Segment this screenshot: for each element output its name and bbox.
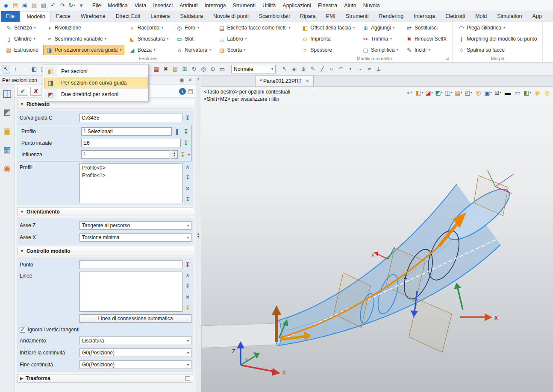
auto-connect-button[interactable]: Linea di connessione automatica: [79, 314, 191, 323]
weight-spinner[interactable]: ▲ ▼: [171, 150, 178, 159]
shade-cube-icon[interactable]: ◫ ▾: [444, 88, 453, 97]
3d-canvas[interactable]: <Tasto destro> per opzioni contestuali <…: [201, 87, 553, 392]
engrave-button[interactable]: ✎ Incidi ▾: [403, 45, 450, 55]
sketch-button[interactable]: ✎ Schizzo ▾: [3, 23, 41, 33]
menu-two-rail-loft[interactable]: ◩ Due direttrici per sezioni: [44, 88, 147, 100]
tab-file[interactable]: File: [1, 11, 20, 22]
tangent-checkbox[interactable]: ✓: [20, 327, 25, 333]
erase-marker-icon[interactable]: ✖ ▾: [162, 65, 170, 73]
tab-mold[interactable]: Mold: [470, 11, 492, 22]
rib-button[interactable]: ∩ Nervatura ▾: [173, 45, 214, 55]
menubar-item[interactable]: File: [89, 0, 104, 11]
chain-pick-icon[interactable]: ◧ ▾: [30, 65, 38, 73]
shell-button[interactable]: ▧ Scorta ▾: [215, 45, 293, 55]
close-panel-icon[interactable]: ✕: [187, 77, 194, 83]
pick-line-icon[interactable]: ↧ ▾: [184, 304, 191, 311]
section-view-icon[interactable]: ◰ ▾: [464, 88, 473, 97]
tab-wireframe[interactable]: Wireframe: [76, 11, 111, 22]
last-view-icon[interactable]: ↩ ▾: [405, 88, 414, 97]
wireframe-cube-icon[interactable]: ▦ ▾: [454, 88, 463, 97]
pick-point-icon[interactable]: ↧: [184, 261, 191, 269]
undo-icon[interactable]: ↶ ▾: [49, 1, 57, 10]
cylindrical-bend-button[interactable]: ◠ Piega cilindrica ▾: [455, 23, 540, 33]
input-manager-icon[interactable]: ◩ ▾: [2, 106, 13, 117]
hole-button[interactable]: ◎ Foro ▾: [173, 23, 214, 33]
erase-display-icon[interactable]: ◪ ▾: [425, 88, 433, 97]
appearance-light-icon[interactable]: ▭ ▾: [513, 88, 522, 97]
variable-sweep-button[interactable]: ≈ Scorrimento variabile ▾: [43, 34, 124, 44]
lines-listbox[interactable]: [79, 272, 182, 312]
print-icon[interactable]: ▥ ▾: [30, 1, 38, 10]
settings-icon[interactable]: ◈ ▾: [290, 65, 298, 73]
project-curve-icon[interactable]: ⊥ ▾: [374, 65, 383, 73]
pick-profile-icon[interactable]: ↧: [182, 128, 190, 135]
tab-interroga[interactable]: Interroga: [409, 11, 440, 22]
add-shape-button[interactable]: ⊕ Aggiungi ▾: [359, 23, 401, 33]
scroll-up2-icon[interactable]: ▲: [197, 232, 200, 235]
section-option-box[interactable]: [185, 376, 190, 381]
select-arrow-icon[interactable]: ↖ ▾: [2, 65, 10, 73]
revolve-button[interactable]: ◑ Rivoluzione ▾: [43, 23, 124, 33]
insert-profile-icon[interactable]: ↧ ▾: [184, 174, 191, 181]
menubar-item[interactable]: Interroga: [201, 0, 229, 11]
render-mode-icon[interactable]: ◧ ▾: [415, 88, 424, 97]
tab-nuvole-di-punti[interactable]: Nuvole di punti: [208, 11, 254, 22]
imprint-button[interactable]: ⊙ Impronta ▾: [299, 34, 358, 44]
profiles-listbox[interactable]: Profilo<0>Profilo<1>: [79, 163, 182, 203]
notebook-icon[interactable]: ▧ ▾: [171, 65, 179, 73]
compass-icon[interactable]: ⊕ ▾: [299, 65, 308, 73]
start-continuity-combo[interactable]: G0(Posizione) ▾: [79, 348, 191, 357]
delete-line-icon[interactable]: ✕ ▾: [184, 294, 191, 301]
simplify-button[interactable]: ▢ Semplifica ▾: [359, 45, 401, 55]
tab-saldatura[interactable]: Saldatura: [175, 11, 208, 22]
dialog-launcher-icon[interactable]: ◿: [446, 55, 449, 61]
trend-combo[interactable]: Lisciatura ▾: [79, 336, 191, 345]
menu-loft[interactable]: ◧ Per sezioni: [44, 65, 147, 77]
menubar-item[interactable]: Inserisci: [150, 0, 176, 11]
redo-icon[interactable]: ↷ ▾: [58, 1, 67, 10]
end-continuity-combo[interactable]: G0(Posizione) ▾: [79, 360, 191, 369]
chevron-down-icon[interactable]: ▾: [188, 153, 190, 157]
section-planes[interactable]: [334, 176, 508, 352]
3d-scene[interactable]: X Z Y X Z X Y: [201, 87, 553, 392]
slot-button[interactable]: ▭ Slot ▾: [173, 34, 214, 44]
z-axis-combo[interactable]: Tangente al percorso ▾: [79, 221, 191, 230]
zoom-extents-icon[interactable]: ◎ ▾: [474, 88, 482, 97]
tab-rendering[interactable]: Rendering: [374, 11, 409, 22]
sheet-icon[interactable]: ▭ ▾: [218, 65, 226, 73]
menu-loft-guide[interactable]: ◨ Per sezioni con curva guida: [44, 77, 147, 88]
tab-strumenti[interactable]: Strumenti: [341, 11, 374, 22]
loft-feature-icon[interactable]: ◫ ▾: [2, 88, 13, 99]
new-document-icon[interactable]: ▤ ▾: [11, 1, 20, 10]
list-item[interactable]: Profilo<0>: [82, 165, 180, 173]
target-icon[interactable]: ◎ ▾: [199, 65, 208, 73]
chamfer-button[interactable]: ◣ Smussatura ▾: [126, 34, 172, 44]
pick-profile-icon[interactable]: ↧ ▾: [184, 196, 191, 203]
tab-direct-edit[interactable]: Direct Edit: [111, 11, 146, 22]
x-axis-combo[interactable]: Torsione minima ▾: [79, 233, 191, 242]
pick-minus-icon[interactable]: − ▾: [21, 65, 29, 73]
loft-guide-button[interactable]: ◨ Per sezioni con curva guida ▾: [43, 45, 124, 55]
menubar-item[interactable]: Applicazioni: [279, 0, 315, 11]
tab-facce[interactable]: Facce: [51, 11, 76, 22]
thicken-button[interactable]: ≡ Spessore ▾: [299, 45, 358, 55]
spin-down-icon[interactable]: ▼: [173, 155, 176, 158]
thread-label-button[interactable]: ▤ Etichetta facce come filetti ▾: [215, 23, 293, 33]
lip-button[interactable]: ◡ Labbro ▾: [215, 34, 293, 44]
save-icon[interactable]: ▣ ▾: [21, 1, 29, 10]
menubar-item[interactable]: Strumenti: [229, 0, 259, 11]
cylinder-button[interactable]: ▯ Cilindro ▾: [3, 34, 41, 44]
menubar-item[interactable]: Aiuto: [341, 0, 360, 11]
regen-icon[interactable]: ↻ ▾: [190, 65, 198, 73]
float-panel-icon[interactable]: ▣: [178, 77, 185, 83]
light-icon[interactable]: ◉ ▾: [533, 88, 541, 97]
insert-line-icon[interactable]: ↧ ▾: [184, 283, 191, 290]
sketch-pencil-icon[interactable]: ✎ ▾: [309, 65, 317, 73]
state-list-icon[interactable]: ▦ ▾: [152, 65, 161, 73]
trim-button[interactable]: ✂ Trimma ▾: [359, 34, 401, 44]
history-icon[interactable]: ⊙ ▾: [209, 65, 217, 73]
offset-curve-icon[interactable]: ≈ ▾: [365, 65, 374, 73]
fillet-button[interactable]: ◖ Raccordo ▾: [126, 23, 172, 33]
paint-display-icon[interactable]: ◩ ▾: [435, 88, 443, 97]
view-align-icon[interactable]: ▣ ▾: [484, 88, 492, 97]
